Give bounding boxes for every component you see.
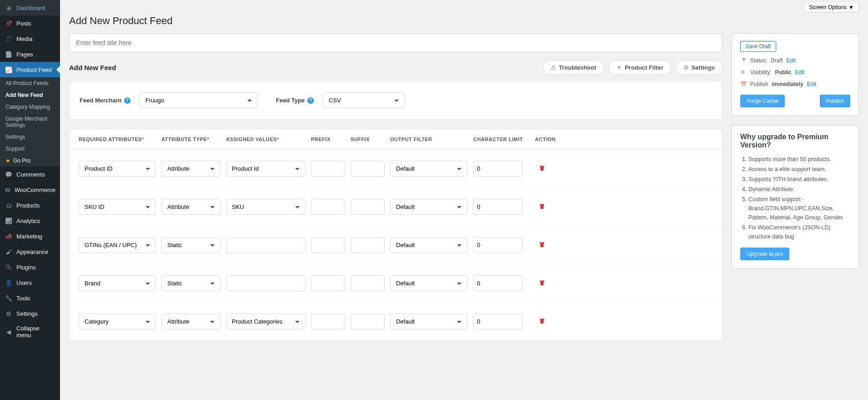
trash-icon[interactable] <box>538 203 546 211</box>
purge-cache-button[interactable]: Purge Cache <box>740 95 785 107</box>
sidebar-sub-settings[interactable]: Settings <box>0 131 60 143</box>
help-icon[interactable]: ? <box>124 97 130 104</box>
col-suffix: SUFFIX <box>351 137 385 142</box>
prefix-input[interactable] <box>311 161 345 177</box>
sidebar-item-products[interactable]: 🗂 Products <box>0 197 60 213</box>
required-attr-select[interactable]: SKU ID <box>79 199 156 215</box>
sidebar-item-collapse-menu[interactable]: ◀ Collapse menu <box>0 321 60 342</box>
screen-options-button[interactable]: Screen Options ▼ <box>804 3 859 12</box>
suffix-input[interactable] <box>351 199 385 215</box>
select-value: Default <box>396 165 415 172</box>
attr-type-select[interactable]: Attribute <box>161 199 221 215</box>
sidebar-item-plugins[interactable]: 🔌 Plugins <box>0 259 60 275</box>
required-attr-select[interactable]: Brand <box>79 275 156 291</box>
sidebar-item-product-feed[interactable]: 📈 Product Feed <box>0 62 60 77</box>
prefix-input[interactable] <box>311 237 345 253</box>
sidebar-item-media[interactable]: 🎵 Media <box>0 31 60 46</box>
calendar-icon: 📅 <box>740 81 747 87</box>
trash-icon[interactable] <box>538 164 546 173</box>
publish-button[interactable]: Publish <box>820 95 850 107</box>
upgrade-button[interactable]: Upgrade to pro <box>740 248 789 260</box>
assigned-value-select[interactable]: SKU <box>226 199 306 215</box>
required-attr-select[interactable]: GTINs (EAN / UPC) <box>79 237 156 253</box>
col-output: OUTPUT FILTER <box>390 137 467 142</box>
help-icon[interactable]: ? <box>307 97 314 104</box>
sidebar-sub-category-mapping[interactable]: Category Mapping <box>0 101 60 113</box>
assigned-value-input[interactable] <box>226 275 306 291</box>
sidebar-item-dashboard[interactable]: ◉ Dashboard <box>0 0 60 15</box>
trash-icon[interactable] <box>538 241 546 249</box>
feed-title-input[interactable] <box>70 34 722 52</box>
sidebar-sub-add-new-feed[interactable]: Add New Feed <box>0 89 60 101</box>
sidebar-sub-label: Google Merchant Settings <box>5 116 47 128</box>
sidebar-sub-support[interactable]: Support <box>0 143 60 155</box>
char-limit-input[interactable] <box>473 314 523 329</box>
feed-merchant-select[interactable]: Fruugo <box>140 92 258 108</box>
feed-merchant-label: Feed Merchant ? <box>80 97 130 104</box>
edit-visibility-link[interactable]: Edit <box>795 69 804 76</box>
required-attr-select[interactable]: Product ID <box>79 161 156 177</box>
suffix-input[interactable] <box>351 161 385 177</box>
select-value: Attribute <box>167 165 189 172</box>
feed-type-select[interactable]: CSV <box>323 92 405 108</box>
output-filter-select[interactable]: Default <box>390 161 467 177</box>
page-title: Add New Product Feed <box>69 15 859 33</box>
suffix-input[interactable] <box>351 275 385 291</box>
required-attr-select[interactable]: Category <box>79 314 156 329</box>
pages-icon: 📄 <box>5 50 13 58</box>
select-value: CSV <box>329 97 341 104</box>
output-filter-select[interactable]: Default <box>390 275 467 291</box>
sidebar-item-analytics[interactable]: 📊 Analytics <box>0 213 60 228</box>
button-label: Settings <box>692 64 715 71</box>
select-value: Fruugo <box>146 97 164 104</box>
prefix-input[interactable] <box>311 314 345 329</box>
sidebar-sub-go-pro[interactable]: ★ Go Pro <box>0 155 60 167</box>
select-value: Product ID <box>85 165 112 172</box>
suffix-input[interactable] <box>351 237 385 253</box>
list-item: Fix WooCommerce's (JSON-LD) structure da… <box>748 223 850 241</box>
settings-button[interactable]: ⚙ Settings <box>676 61 722 75</box>
prefix-input[interactable] <box>311 199 345 215</box>
attr-type-select[interactable]: Static <box>161 237 221 253</box>
sidebar-item-tools[interactable]: 🔧 Tools <box>0 290 60 306</box>
attr-type-select[interactable]: Attribute <box>161 161 221 177</box>
trash-icon[interactable] <box>538 317 546 326</box>
attr-type-select[interactable]: Attribute <box>161 314 221 329</box>
attr-type-select[interactable]: Static <box>161 275 221 291</box>
product-filter-button[interactable]: ▼ Product Filter <box>608 61 671 75</box>
sidebar-item-appearance[interactable]: 🖌 Appearance <box>0 244 60 259</box>
edit-status-link[interactable]: Edit <box>786 57 796 64</box>
sidebar-item-label: Posts <box>16 20 31 27</box>
plugin-icon: 🔌 <box>5 263 13 271</box>
edit-publish-link[interactable]: Edit <box>807 81 817 87</box>
sidebar-sub-all-product-feeds[interactable]: All Product Feeds <box>0 77 60 89</box>
char-limit-input[interactable] <box>473 275 523 291</box>
char-limit-input[interactable] <box>473 237 523 253</box>
sidebar-item-users[interactable]: 👤 Users <box>0 275 60 290</box>
save-draft-button[interactable]: Save Draft <box>740 41 776 52</box>
marketing-icon: 📣 <box>5 232 13 240</box>
sidebar-item-settings[interactable]: ⚙ Settings <box>0 306 60 321</box>
assigned-value-select[interactable]: Product Id <box>226 161 306 177</box>
trash-icon[interactable] <box>538 279 546 288</box>
assigned-value-input[interactable] <box>226 237 306 253</box>
sidebar-item-comments[interactable]: 💬 Comments <box>0 167 60 182</box>
sidebar-item-pages[interactable]: 📄 Pages <box>0 46 60 62</box>
char-limit-input[interactable] <box>473 199 523 215</box>
sidebar-sub-label: Settings <box>5 134 25 140</box>
prefix-input[interactable] <box>311 275 345 291</box>
output-filter-select[interactable]: Default <box>390 314 467 329</box>
sidebar-item-marketing[interactable]: 📣 Marketing <box>0 228 60 244</box>
sidebar-item-label: Plugins <box>16 264 36 271</box>
output-filter-select[interactable]: Default <box>390 237 467 253</box>
sidebar-sub-google-merchant-settings[interactable]: Google Merchant Settings <box>0 113 60 131</box>
assigned-value-select[interactable]: Product Categories <box>226 314 306 329</box>
char-limit-input[interactable] <box>473 161 523 177</box>
output-filter-select[interactable]: Default <box>390 199 467 215</box>
troubleshoot-button[interactable]: ⚠ Troubleshoot <box>543 61 604 75</box>
sidebar-item-label: Dashboard <box>16 5 45 11</box>
settings-icon: ⚙ <box>5 309 13 318</box>
sidebar-item-posts[interactable]: 📌 Posts <box>0 15 60 31</box>
suffix-input[interactable] <box>351 314 385 329</box>
sidebar-item-woocommerce[interactable]: W WooCommerce <box>0 182 60 197</box>
